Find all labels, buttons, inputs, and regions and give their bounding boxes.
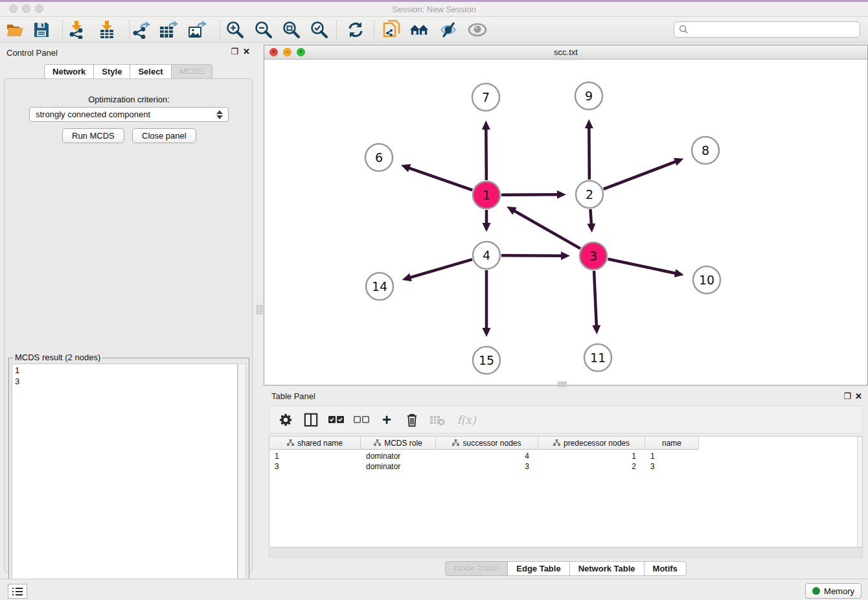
select-all-rows-icon[interactable] xyxy=(328,411,345,428)
edge-arrowhead xyxy=(482,121,490,130)
sort-hierarchy-icon xyxy=(452,439,459,446)
column-header-predecessor-nodes[interactable]: predecessor nodes xyxy=(538,437,645,450)
delete-column-icon[interactable] xyxy=(404,411,420,428)
memory-button[interactable]: Memory xyxy=(805,583,862,599)
edge-arrowhead xyxy=(561,251,570,260)
column-header-name[interactable]: name xyxy=(645,437,699,450)
toolbar-separator xyxy=(220,21,220,39)
tab-mcds[interactable]: MCDS xyxy=(171,64,212,79)
float-panel-icon[interactable]: ❐ xyxy=(231,47,238,56)
export-table-icon[interactable] xyxy=(159,21,179,39)
duplicate-network-icon[interactable] xyxy=(382,21,402,39)
close-panel-button[interactable]: Close panel xyxy=(132,128,196,143)
edge-1-6[interactable] xyxy=(407,168,472,190)
edge-arrowhead xyxy=(674,158,683,166)
import-network-icon[interactable] xyxy=(67,21,86,39)
select-stepper-icon xyxy=(216,110,223,120)
export-network-icon[interactable] xyxy=(131,21,151,39)
close-panel-icon[interactable]: ✕ xyxy=(243,47,250,56)
refresh-icon[interactable] xyxy=(346,21,365,39)
float-table-panel-icon[interactable]: ❐ xyxy=(843,391,851,401)
tab-motifs[interactable]: Motifs xyxy=(644,561,687,576)
mcds-result-text[interactable]: 13 xyxy=(12,363,238,600)
graph-node-label: 7 xyxy=(482,90,490,104)
toolbar-separator xyxy=(62,21,63,39)
tab-style[interactable]: Style xyxy=(93,64,130,79)
edge-4-3[interactable] xyxy=(501,255,563,256)
table-cell[interactable]: 1 xyxy=(538,451,645,461)
table-cell[interactable]: 3 xyxy=(645,461,699,472)
task-history-button[interactable] xyxy=(8,584,27,599)
graph-node-label: 3 xyxy=(589,249,597,263)
tab-edge-table[interactable]: Edge Table xyxy=(507,561,569,576)
show-all-icon[interactable] xyxy=(468,21,487,39)
edge-2-3[interactable] xyxy=(590,209,591,225)
zoom-fit-icon[interactable] xyxy=(281,21,301,39)
table-toolbar: + f(x) xyxy=(269,406,863,433)
graph-node-label: 2 xyxy=(586,187,593,202)
edge-3-11[interactable] xyxy=(594,271,597,327)
mcds-result-line: 3 xyxy=(15,376,234,387)
network-graph-canvas[interactable]: 7968124314101511 xyxy=(264,60,867,385)
node-table[interactable]: shared nameMCDS rolesuccessor nodesprede… xyxy=(269,436,863,548)
export-image-icon[interactable] xyxy=(188,21,207,39)
mcds-result-scrollbar[interactable] xyxy=(238,363,246,600)
zoom-selected-icon[interactable] xyxy=(309,21,328,39)
tab-node-table[interactable]: Node Table xyxy=(445,561,507,576)
graph-node-label: 15 xyxy=(479,353,494,367)
edge-3-1[interactable] xyxy=(513,210,580,248)
open-session-icon[interactable] xyxy=(5,21,25,39)
edge-1-7[interactable] xyxy=(486,128,486,180)
zoom-in-icon[interactable] xyxy=(225,21,244,39)
save-session-icon[interactable] xyxy=(32,21,51,39)
network-window-titlebar[interactable]: ✕ − + scc.txt xyxy=(264,45,867,60)
delete-table-icon[interactable] xyxy=(429,411,446,428)
column-header-successor-nodes[interactable]: successor nodes xyxy=(436,437,538,450)
column-header-label: name xyxy=(662,439,681,448)
table-cell[interactable]: 4 xyxy=(436,451,538,461)
table-cell[interactable]: 3 xyxy=(436,461,538,472)
column-visibility-icon[interactable] xyxy=(303,411,319,428)
close-table-panel-icon[interactable]: ✕ xyxy=(855,391,862,401)
edge-2-8[interactable] xyxy=(604,161,678,189)
sort-hierarchy-icon xyxy=(553,439,560,446)
tab-select[interactable]: Select xyxy=(130,64,170,79)
edge-1-2[interactable] xyxy=(501,194,559,195)
edge-2-9[interactable] xyxy=(589,126,589,179)
horizontal-splitter-handle[interactable] xyxy=(558,382,567,387)
zoom-out-icon[interactable] xyxy=(253,21,273,39)
titlebar: Session: New Session xyxy=(0,2,868,17)
tab-network[interactable]: Network xyxy=(44,64,93,79)
mcds-panel: Optimization criterion: strongly connect… xyxy=(4,78,253,572)
memory-status-icon xyxy=(812,587,820,595)
vertical-splitter-handle[interactable] xyxy=(257,305,262,314)
search-field[interactable] xyxy=(674,21,860,38)
hide-selected-icon[interactable] xyxy=(439,21,458,39)
table-vertical-scrollbar[interactable] xyxy=(857,437,862,547)
table-settings-gear-icon[interactable] xyxy=(277,411,294,428)
column-header-shared-name[interactable]: shared name xyxy=(269,437,361,450)
graph-node-label: 4 xyxy=(483,248,490,262)
add-column-icon[interactable]: + xyxy=(378,411,395,428)
function-builder-icon[interactable]: f(x) xyxy=(454,411,479,428)
optimization-criterion-label: Optimization criterion: xyxy=(5,95,253,104)
deselect-all-rows-icon[interactable] xyxy=(353,411,370,428)
optimization-criterion-select[interactable]: strongly connected component xyxy=(29,107,229,122)
table-cell[interactable]: 3 xyxy=(269,461,361,472)
column-header-MCDS-role[interactable]: MCDS role xyxy=(361,437,436,450)
import-table-icon[interactable] xyxy=(97,21,117,39)
edge-4-14[interactable] xyxy=(409,259,472,277)
table-cell[interactable]: dominator xyxy=(361,461,436,472)
table-cell[interactable]: 2 xyxy=(538,461,645,472)
edge-3-10[interactable] xyxy=(608,259,678,274)
tab-network-table[interactable]: Network Table xyxy=(569,561,644,576)
search-input[interactable] xyxy=(689,24,851,35)
edge-arrowhead xyxy=(483,328,491,337)
table-cell[interactable]: dominator xyxy=(361,451,436,461)
run-mcds-button[interactable]: Run MCDS xyxy=(62,128,124,143)
table-cell[interactable]: 1 xyxy=(269,451,361,461)
main-toolbar xyxy=(0,17,868,43)
graph-node-label: 14 xyxy=(372,279,387,294)
table-cell[interactable]: 1 xyxy=(645,451,699,461)
home-layout-icon[interactable] xyxy=(409,21,429,39)
